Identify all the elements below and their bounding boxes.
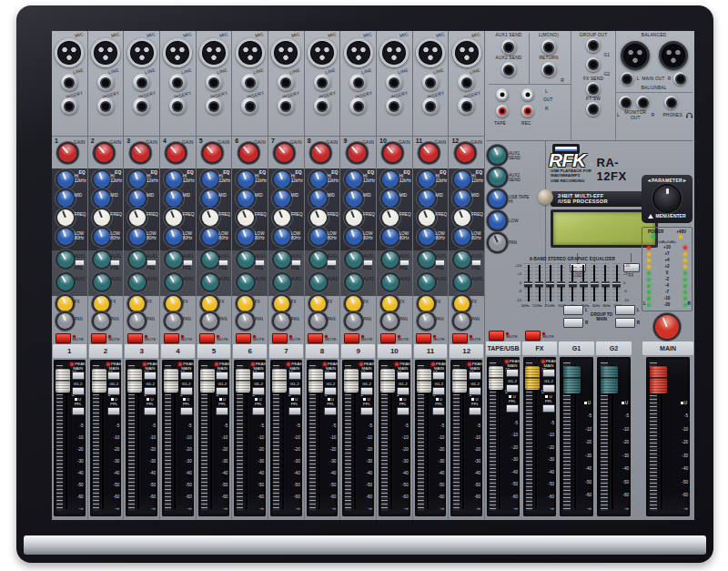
eq-low-knob[interactable] [202,229,218,245]
gain-knob[interactable] [384,144,402,162]
pre-button[interactable] [255,260,265,266]
fx-send-knob[interactable] [94,296,109,311]
mute-button[interactable] [344,333,359,343]
pfl-button[interactable] [469,407,481,415]
tape-in-l-rca[interactable] [496,88,509,101]
main-out-xlr-r[interactable] [659,41,688,70]
line-input-jack[interactable] [278,74,295,91]
tape-usb-knob-4[interactable] [489,212,506,229]
tape-in-r-rca[interactable] [496,105,509,117]
mic-xlr-input[interactable] [199,38,228,67]
mic-xlr-input[interactable] [344,38,373,67]
pan-knob[interactable] [94,313,109,329]
aux1-send-jack[interactable] [501,39,517,55]
aux1-knob[interactable] [419,251,435,268]
gain-knob[interactable] [420,144,438,162]
eq-hi-knob[interactable] [57,171,74,188]
pfl-button[interactable] [324,407,337,415]
eq-mid-knob[interactable] [454,190,470,207]
pfl-button[interactable] [397,407,410,415]
line-input-jack[interactable] [169,74,187,91]
g1-to-main-r-button[interactable] [563,318,583,328]
geq-slider-handle[interactable] [580,281,588,287]
fx-send-knob[interactable] [310,296,326,311]
fx-send-knob[interactable] [419,296,434,311]
group-assign-button[interactable] [107,387,120,395]
fx-send-knob[interactable] [274,296,289,311]
mute-button[interactable] [91,333,106,343]
eq-mid-freq-knob[interactable] [202,209,218,226]
aux2-knob[interactable] [166,274,182,291]
main-assign-button[interactable] [397,372,410,380]
pan-knob[interactable] [238,313,253,329]
mute-button[interactable] [272,333,288,343]
eq-mid-knob[interactable] [94,190,110,207]
pfl-button[interactable] [107,407,120,415]
main-assign-button[interactable] [107,372,120,380]
group-assign-button[interactable] [469,387,481,395]
main-out-r-jack[interactable] [673,72,687,86]
gain-knob[interactable] [348,144,366,162]
eq-hi-knob[interactable] [382,171,399,188]
aux1-knob[interactable] [129,251,146,268]
aux1-knob[interactable] [94,251,110,268]
group-out-1-jack[interactable] [586,38,601,53]
pre-button[interactable] [435,260,445,266]
aux1-knob[interactable] [346,251,362,268]
insert-jack[interactable] [97,97,115,115]
pan-knob[interactable] [129,313,145,329]
main-assign-button[interactable] [432,372,445,380]
insert-jack[interactable] [169,97,187,115]
fader-handle[interactable] [92,369,106,393]
eq-hi-knob[interactable] [346,171,362,188]
eq-hi-knob[interactable] [419,171,435,188]
gain-knob[interactable] [456,144,474,162]
eq-mid-knob[interactable] [57,190,74,207]
pan-knob[interactable] [419,313,434,329]
eq-mid-knob[interactable] [202,190,218,207]
mic-xlr-input[interactable] [271,38,300,67]
main-assign-button[interactable] [469,372,481,380]
group-assign-button[interactable] [288,387,301,395]
insert-jack[interactable] [133,97,150,115]
main-assign-button[interactable] [72,372,85,380]
aux1-knob[interactable] [454,251,470,268]
main-assign-button[interactable] [252,372,265,380]
insert-jack[interactable] [314,97,331,115]
main-assign-button[interactable] [360,372,373,380]
geq-band-slider[interactable] [535,263,543,303]
eq-mid-freq-knob[interactable] [382,209,399,226]
pfl-button[interactable] [542,404,555,413]
eq-low-knob[interactable] [166,229,182,245]
fader-handle[interactable] [563,366,581,393]
eq-hi-knob[interactable] [454,171,470,188]
line-input-jack[interactable] [458,74,475,91]
aux1-knob[interactable] [382,251,399,268]
geq-band-slider[interactable] [524,263,532,303]
parameter-knob[interactable] [654,186,680,211]
insert-jack[interactable] [206,97,223,115]
gain-knob[interactable] [203,144,221,162]
pre-button[interactable] [399,260,410,266]
pfl-button[interactable] [216,407,228,415]
mute-button[interactable] [308,333,323,343]
main-assign-button[interactable] [144,372,157,380]
aux2-knob[interactable] [310,274,327,291]
pre-button[interactable] [363,260,373,266]
geq-slider-handle[interactable] [535,281,543,287]
geq-slider-handle[interactable] [524,281,532,287]
gain-knob[interactable] [95,144,113,162]
aux1-knob[interactable] [274,251,290,268]
fader-handle[interactable] [236,369,250,393]
mute-button[interactable] [236,333,251,343]
pre-button[interactable] [110,260,120,266]
mic-xlr-input[interactable] [91,38,120,67]
insert-jack[interactable] [349,97,367,115]
eq-low-knob[interactable] [346,229,362,245]
pan-knob[interactable] [310,313,326,329]
geq-band-slider[interactable] [580,263,588,303]
g2-to-main-r-button[interactable] [615,318,635,328]
geq-band-slider[interactable] [591,263,599,303]
rec-out-r-rca[interactable] [521,105,534,117]
g2-to-main-l-button[interactable] [615,305,635,315]
